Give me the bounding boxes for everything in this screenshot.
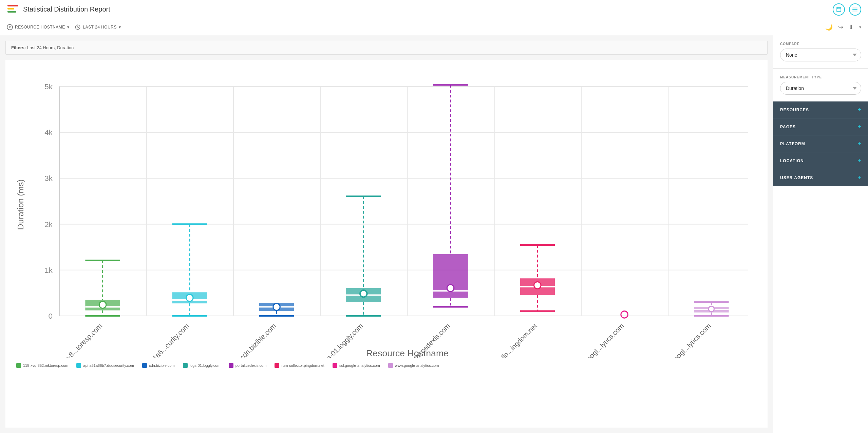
svg-text:www.googl...lytics.com: www.googl...lytics.com [657,322,712,358]
measurement-label: MEASUREMENT TYPE [780,75,861,79]
header-actions [833,3,861,16]
svg-text:logs-01.loggly.com: logs-01.loggly.com [318,322,364,358]
compare-select[interactable]: None [780,49,861,61]
legend-swatch [275,363,279,368]
accordion-plus-icon: + [857,174,861,181]
time-filter[interactable]: LAST 24 HOURS ▾ [75,24,121,30]
svg-text:0: 0 [48,312,53,320]
svg-text:3k: 3k [44,174,53,183]
legend-item: ssl.google-analytics.com [333,363,380,368]
accordion-item[interactable]: LOCATION+ [773,152,868,169]
legend-swatch [16,363,21,368]
svg-point-5 [852,11,853,11]
measurement-select[interactable]: Duration [780,82,861,95]
accordion-item[interactable]: RESOURCES+ [773,101,868,118]
svg-text:118-xvq-8...toresp.com: 118-xvq-8...toresp.com [48,322,104,358]
filter-label: Filters: [11,45,26,50]
legend-label: api-a61a66b7.duosecurity.com [83,363,134,368]
svg-point-78 [709,306,714,312]
measurement-section: MEASUREMENT TYPE Duration [773,69,868,101]
svg-text:ssl.googl...lytics.com: ssl.googl...lytics.com [575,322,625,358]
compare-section: COMPARE None [773,35,868,69]
main-layout: Filters: Last 24 Hours, Duration 5k 4k 3… [0,35,868,433]
time-label: LAST 24 HOURS [83,25,117,30]
svg-text:4k: 4k [44,128,53,137]
legend-item: www.google-analytics.com [388,363,439,368]
share-icon[interactable]: ↪ [838,23,843,31]
filter-icon: P [7,24,13,30]
legend-swatch [388,363,393,368]
accordion-plus-icon: + [857,140,861,147]
compare-label: COMPARE [780,42,861,46]
legend-label: ssl.google-analytics.com [339,363,380,368]
resource-hostname-filter[interactable]: P RESOURCE HOSTNAME ▾ [7,24,69,30]
filter-bar: Filters: Last 24 Hours, Duration [5,41,768,55]
svg-point-49 [273,303,280,310]
svg-point-42 [186,294,193,301]
sidebar: COMPARE None MEASUREMENT TYPE Duration R… [773,35,868,433]
book-button[interactable] [833,3,845,16]
accordion-label: USER AGENTS [780,175,813,180]
download-chevron: ▾ [859,25,861,30]
svg-point-71 [621,311,628,318]
resource-hostname-chevron: ▾ [67,25,70,30]
moon-icon[interactable]: 🌙 [825,23,833,31]
clock-icon [75,24,81,30]
legend-label: www.google-analytics.com [395,363,439,368]
chart-container: 5k 4k 3k 2k 1k 0 Duration (ms) [5,60,768,428]
svg-point-70 [534,282,541,289]
svg-text:5k: 5k [44,82,53,91]
legend-swatch [229,363,233,368]
legend-item: cdn.bizible.com [142,363,175,368]
sidebar-accordion: RESOURCES+PAGES+PLATFORM+LOCATION+USER A… [773,101,868,186]
legend-swatch [142,363,147,368]
svg-text:2k: 2k [44,220,53,229]
svg-text:cdn.bizible.com: cdn.bizible.com [238,322,278,358]
svg-point-63 [447,285,454,292]
accordion-label: PAGES [780,125,796,129]
accordion-item[interactable]: USER AGENTS+ [773,169,868,186]
svg-text:Resource Hostname: Resource Hostname [366,348,449,358]
logo-icon [7,3,19,16]
legend-label: logs-01.loggly.com [190,363,221,368]
svg-point-4 [852,9,853,10]
legend-item: portal.cedexis.com [229,363,267,368]
svg-rect-2 [7,11,16,13]
chart-legend: 118-xvq-852.mktoresp.comapi-a61a66b7.duo… [16,363,757,371]
toolbar: P RESOURCE HOSTNAME ▾ LAST 24 HOURS ▾ 🌙 … [0,19,868,35]
legend-label: rum-collector.pingdom.net [281,363,324,368]
svg-text:rum-collo...ingdom.net: rum-collo...ingdom.net [484,322,539,358]
svg-text:Duration (ms): Duration (ms) [16,180,25,230]
legend-item: rum-collector.pingdom.net [275,363,324,368]
accordion-item[interactable]: PAGES+ [773,118,868,135]
svg-point-35 [99,301,106,308]
accordion-plus-icon: + [857,157,861,164]
legend-label: 118-xvq-852.mktoresp.com [23,363,68,368]
accordion-plus-icon: + [857,106,861,113]
legend-swatch [333,363,337,368]
toolbar-right: 🌙 ↪ ⬇ ▾ [825,23,861,31]
page-title: Statistical Distribution Report [23,5,833,13]
resource-hostname-label: RESOURCE HOSTNAME [15,25,65,30]
accordion-label: PLATFORM [780,142,805,146]
legend-item: api-a61a66b7.duosecurity.com [76,363,134,368]
accordion-label: LOCATION [780,158,804,163]
download-icon[interactable]: ⬇ [849,23,854,31]
legend-swatch [76,363,81,368]
svg-point-3 [852,7,853,8]
time-chevron: ▾ [119,25,121,30]
filter-values: Last 24 Hours, Duration [27,45,74,50]
legend-swatch [183,363,188,368]
svg-text:api-a61a6...curity.com: api-a61a6...curity.com [137,322,191,358]
accordion-label: RESOURCES [780,108,809,112]
accordion-item[interactable]: PLATFORM+ [773,135,868,152]
svg-rect-1 [7,8,14,10]
chart-svg-wrap: 5k 4k 3k 2k 1k 0 Duration (ms) [11,65,762,359]
chart-area: Filters: Last 24 Hours, Duration 5k 4k 3… [0,35,773,433]
legend-item: logs-01.loggly.com [183,363,221,368]
svg-point-56 [360,290,367,297]
svg-text:1k: 1k [44,266,53,275]
header: Statistical Distribution Report [0,0,868,19]
legend-label: portal.cedexis.com [235,363,267,368]
list-button[interactable] [849,3,861,16]
